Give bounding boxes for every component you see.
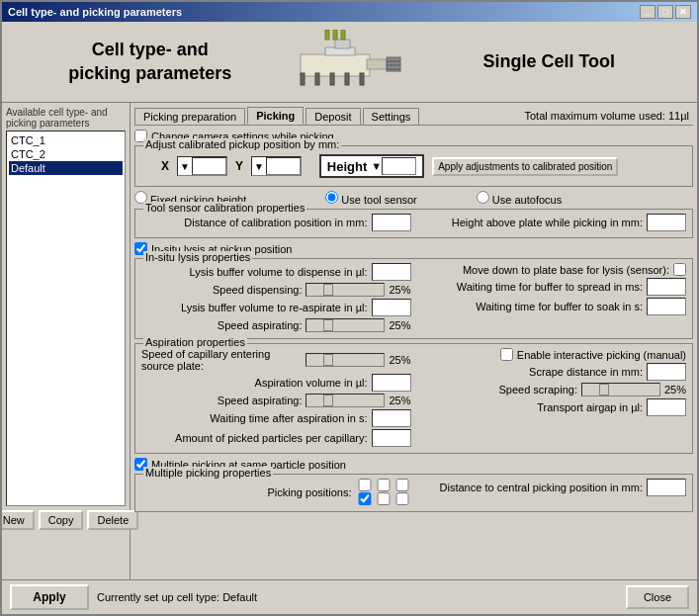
aspiration-fields: Speed of capillary entering source plate… (141, 348, 686, 449)
speed-disp-label: Speed dispensing: (213, 284, 303, 296)
multiple-right: Distance to central picking position in … (417, 479, 687, 507)
content-area: Picking preparation Picking Deposit Sett… (131, 103, 697, 579)
pos-cb-5[interactable] (375, 492, 393, 505)
enable-interactive-row: Enable interactive picking (manual) (417, 348, 687, 361)
asp-vol-row: Aspiration volume in µl: 2 (141, 374, 411, 392)
header-image (291, 30, 409, 94)
sidebar-buttons: New Copy Delete (6, 510, 126, 530)
wait-spread-label: Waiting time for buffer to spread in ms: (457, 281, 643, 293)
pos-cb-6[interactable] (393, 492, 411, 505)
svg-rect-1 (367, 59, 387, 69)
sidebar-item-ctc1[interactable]: CTC_1 (9, 133, 123, 147)
tab-settings[interactable]: Settings (363, 108, 420, 125)
speed-cap-slider[interactable] (306, 353, 385, 367)
height-input[interactable]: 0 (382, 157, 416, 175)
wait-soak-input[interactable]: 0 (647, 298, 686, 315)
wait-asp-row: Waiting time after aspiration in s: 1 (141, 409, 411, 427)
tab-picking-preparation[interactable]: Picking preparation (134, 108, 245, 125)
close-window-button[interactable]: ✕ (675, 5, 691, 19)
dist-cal-input[interactable]: 0 (372, 214, 411, 231)
xyz-row: X ▼ 0 Y ▼ 0 Height ▼ 0 (161, 154, 686, 178)
wait-spread-row: Waiting time for buffer to spread in ms:… (417, 278, 687, 296)
multiple-group: Multiple picking properties Picking posi… (134, 474, 693, 512)
speed-disp-slider[interactable] (306, 283, 385, 297)
scrape-dist-input[interactable]: 0 (647, 363, 686, 381)
x-label: X (161, 159, 169, 173)
scrape-dist-label: Scrape distance in mm: (529, 366, 643, 378)
lysis-re-input[interactable]: 0 (372, 299, 411, 316)
move-down-label: Move down to plate base for lysis (senso… (463, 264, 669, 276)
x-input-wrap: ▼ 0 (177, 156, 227, 176)
minimize-button[interactable]: _ (640, 5, 655, 19)
pos-cb-2[interactable] (375, 479, 393, 491)
new-button[interactable]: New (2, 510, 35, 530)
speed-asp2-slider[interactable] (306, 394, 385, 407)
dist-cal-label: Distance of calibration position in mm: (184, 217, 367, 228)
picked-row: Amount of picked particles per capillary… (141, 429, 411, 447)
autofocus-radio[interactable] (477, 191, 489, 204)
height-plate-row: Height above plate while picking in mm: … (417, 214, 687, 231)
tool-sensor-group: Tool sensor calibration properties Dista… (134, 209, 693, 238)
copy-button[interactable]: Copy (39, 510, 84, 530)
pos-cb-1[interactable] (356, 479, 374, 491)
multiple-fields: Picking positions: (141, 479, 686, 507)
checkbox-grid (356, 479, 411, 505)
lysis-vol-input[interactable]: 0 (372, 263, 411, 281)
height-label-text: Height (327, 159, 367, 174)
pos-cb-4[interactable] (356, 492, 374, 505)
insitu-fields: Lysis buffer volume to dispense in µl: 0… (141, 263, 686, 334)
x-down-arrow: ▼ (178, 161, 192, 172)
speed-disp-row: Speed dispensing: 25% (141, 283, 411, 297)
y-down-arrow: ▼ (252, 161, 266, 172)
lysis-vol-label: Lysis buffer volume to dispense in µl: (190, 266, 368, 278)
scrape-dist-row: Scrape distance in mm: 0 (417, 363, 687, 381)
status-text: Currently set up cell type: Default (97, 591, 618, 603)
height-plate-input[interactable]: 0 (647, 214, 686, 231)
apply-adj-button[interactable]: Apply adjustments to calibrated position (432, 157, 618, 176)
insitu-group-label: In-situ lysis properties (143, 251, 252, 263)
picked-input[interactable]: 2 (372, 429, 411, 447)
svg-rect-10 (330, 73, 334, 85)
picking-pos-row: Picking positions: (141, 479, 411, 505)
header-subtitle: Single Cell Tool (409, 51, 690, 72)
enable-interactive-checkbox[interactable] (500, 348, 513, 361)
dist-central-input[interactable]: 0 (647, 479, 686, 496)
pos-cb-3[interactable] (393, 479, 411, 491)
move-down-row: Move down to plate base for lysis (senso… (417, 263, 687, 276)
dist-central-label: Distance to central picking position in … (440, 482, 643, 493)
speed-scrape-label: Speed scraping: (498, 384, 577, 396)
tab-picking[interactable]: Picking (247, 107, 304, 125)
speed-asp-slider[interactable] (306, 318, 385, 332)
y-label: Y (235, 159, 243, 173)
speed-asp2-label: Speed aspirating: (218, 395, 303, 406)
transport-input[interactable]: 3 (647, 398, 686, 416)
asp-right: Enable interactive picking (manual) Scra… (417, 348, 687, 449)
picking-panel: Change camera settings while picking Adj… (134, 130, 693, 512)
move-down-checkbox[interactable] (673, 263, 686, 276)
sidebar-item-ctc2[interactable]: CTC_2 (9, 147, 123, 161)
speed-cap-pct: 25% (389, 354, 410, 366)
close-button[interactable]: Close (626, 585, 689, 609)
adjust-position-label: Adjust calibrated pickup position by mm: (143, 138, 341, 150)
header-title: Cell type- and picking parameters (10, 39, 291, 85)
transport-label: Transport airgap in µl: (537, 401, 643, 413)
speed-asp-row: Speed aspirating: 25% (141, 318, 411, 332)
apply-button[interactable]: Apply (10, 584, 89, 610)
speed-scrape-slider[interactable] (581, 383, 660, 396)
enable-interactive-label: Enable interactive picking (manual) (517, 349, 686, 361)
speed-cap-label: Speed of capillary entering source plate… (141, 348, 302, 372)
tool-sensor-radio[interactable] (325, 191, 338, 204)
aspiration-group: Aspiration properties Speed of capillary… (134, 343, 693, 454)
tab-deposit[interactable]: Deposit (306, 108, 360, 125)
asp-vol-input[interactable]: 2 (372, 374, 411, 392)
wait-asp-input[interactable]: 1 (372, 409, 411, 427)
svg-rect-9 (315, 73, 319, 85)
tool-sensor-fields: Distance of calibration position in mm: … (141, 214, 686, 233)
y-input[interactable]: 0 (266, 157, 301, 175)
multiple-left: Picking positions: (141, 479, 411, 507)
x-input[interactable]: 0 (192, 157, 226, 175)
maximize-button[interactable]: □ (657, 5, 673, 19)
wait-spread-input[interactable]: 0 (647, 278, 686, 296)
lysis-re-row: Lysis buffer volume to re-aspirate in µl… (141, 299, 411, 316)
sidebar-item-default[interactable]: Default (9, 161, 123, 175)
